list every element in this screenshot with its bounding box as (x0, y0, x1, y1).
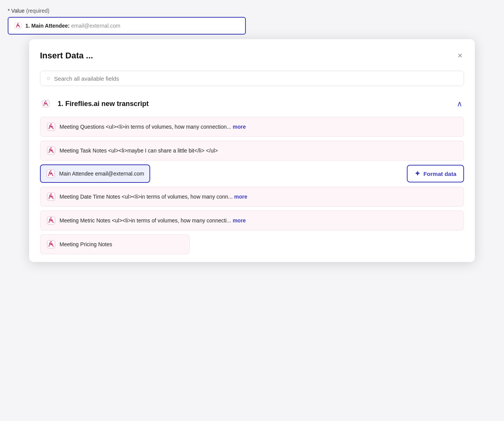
section-title: 1. Fireflies.ai new transcript (58, 100, 149, 108)
list-item-selected[interactable]: Main Attendee email@external.com ✦ Forma… (40, 164, 464, 183)
svg-point-5 (50, 123, 51, 124)
item-label: Meeting Task Notes <ul><li>maybe I can s… (60, 148, 458, 154)
item-label: Main Attendee email@external.com (59, 171, 144, 177)
more-link[interactable]: more (234, 194, 247, 200)
list-item[interactable]: Meeting Metric Notes <ul><li>in terms of… (40, 210, 464, 230)
svg-point-15 (50, 241, 51, 242)
more-link[interactable]: more (233, 124, 246, 130)
svg-point-1 (18, 23, 19, 24)
item-fireflies-icon (46, 169, 55, 178)
section-header-left: 1. Fireflies.ai new transcript (41, 99, 149, 108)
panel-title: Insert Data ... (40, 51, 93, 61)
insert-data-panel: Insert Data ... × ○ 1. Fireflies.ai new … (29, 39, 475, 262)
value-label: * Value (required) (8, 8, 496, 14)
panel-header: Insert Data ... × (40, 50, 464, 61)
svg-point-13 (50, 217, 51, 218)
format-data-icon: ✦ (414, 169, 420, 178)
item-label: Meeting Date Time Notes <ul><li>in terms… (60, 194, 458, 200)
svg-point-7 (50, 147, 51, 148)
list-item[interactable]: Meeting Task Notes <ul><li>maybe I can s… (40, 141, 464, 161)
chevron-up-icon[interactable]: ∧ (457, 99, 463, 108)
fireflies-icon (14, 22, 22, 30)
item-fireflies-icon (46, 192, 56, 201)
section-fireflies-icon (41, 99, 50, 108)
list-item[interactable]: Meeting Questions <ul><li>in terms of vo… (40, 117, 464, 137)
item-fireflies-icon (46, 240, 56, 249)
close-button[interactable]: × (456, 50, 464, 61)
search-box[interactable]: ○ (40, 71, 464, 86)
item-label: Meeting Questions <ul><li>in terms of vo… (60, 124, 458, 130)
svg-point-9 (50, 170, 51, 171)
more-link[interactable]: more (233, 217, 246, 224)
search-icon: ○ (46, 75, 50, 82)
selected-item-box[interactable]: Main Attendee email@external.com (40, 164, 150, 183)
value-input-box[interactable]: 1. Main Attendee: email@external.com (8, 17, 246, 35)
item-fireflies-icon (46, 216, 56, 225)
svg-point-3 (45, 101, 46, 102)
format-data-button[interactable]: ✦ Format data (407, 165, 464, 182)
search-input[interactable] (54, 75, 458, 82)
items-list: Meeting Questions <ul><li>in terms of vo… (40, 117, 464, 254)
list-item[interactable]: Meeting Date Time Notes <ul><li>in terms… (40, 187, 464, 207)
item-label: Meeting Pricing Notes (60, 241, 183, 247)
value-input-text: 1. Main Attendee: email@external.com (25, 23, 120, 29)
svg-point-11 (50, 193, 51, 194)
list-item[interactable]: Meeting Pricing Notes (40, 234, 190, 254)
item-fireflies-icon (46, 122, 56, 131)
item-label: Meeting Metric Notes <ul><li>in terms of… (60, 217, 458, 224)
item-fireflies-icon (46, 146, 56, 155)
section-header[interactable]: 1. Fireflies.ai new transcript ∧ (40, 95, 464, 112)
